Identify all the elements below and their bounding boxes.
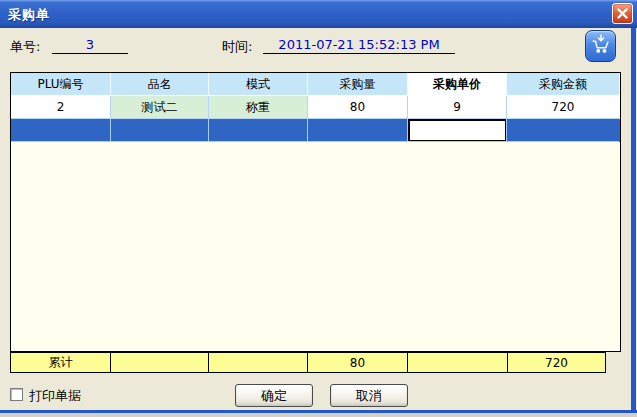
table-row[interactable]: 2 测试二 称重 80 9 720 [11, 96, 620, 119]
totals-amount-cell: 720 [507, 352, 606, 373]
cell-name-empty[interactable] [111, 119, 209, 142]
cancel-button[interactable]: 取消 [330, 384, 408, 407]
print-receipt-label: 打印单据 [29, 387, 81, 405]
cell-plu-empty[interactable] [11, 119, 111, 142]
grid-header-row: PLU编号 品名 模式 采购量 采购单价 采购金额 [11, 73, 620, 96]
column-header-amount[interactable]: 采购金额 [507, 73, 619, 96]
totals-label-cell: 累计 [10, 352, 111, 373]
window-title: 采购单 [8, 6, 50, 24]
column-header-name[interactable]: 品名 [111, 73, 209, 96]
column-header-plu[interactable]: PLU编号 [11, 73, 111, 96]
time-field[interactable]: 2011-07-21 15:52:13 PM [263, 35, 455, 54]
print-receipt-checkbox[interactable] [10, 388, 23, 401]
cell-amount-empty[interactable] [507, 119, 619, 142]
cell-mode-empty[interactable] [209, 119, 308, 142]
cart-button[interactable] [585, 30, 616, 62]
purchase-order-dialog: 采购单 单号: 3 时间: 2011-07-21 15:52:13 PM [0, 0, 637, 417]
purchase-items-grid: PLU编号 品名 模式 采购量 采购单价 采购金额 2 测试二 称重 80 9 … [10, 72, 621, 352]
desktop-background-strip [0, 413, 637, 417]
cell-qty[interactable]: 80 [308, 96, 408, 119]
column-header-price[interactable]: 采购单价 [408, 73, 507, 96]
totals-empty-cell [110, 352, 209, 373]
close-button[interactable] [612, 3, 633, 24]
order-number-field[interactable]: 3 [52, 35, 128, 54]
titlebar[interactable]: 采购单 [0, 0, 637, 28]
price-edit-input[interactable] [408, 119, 507, 142]
totals-qty-cell: 80 [307, 352, 408, 373]
totals-empty-cell [407, 352, 508, 373]
cell-mode[interactable]: 称重 [209, 96, 308, 119]
cell-price[interactable]: 9 [408, 96, 507, 119]
column-header-qty[interactable]: 采购量 [308, 73, 408, 96]
column-header-mode[interactable]: 模式 [209, 73, 308, 96]
cell-amount[interactable]: 720 [507, 96, 619, 119]
time-label: 时间: [222, 38, 252, 56]
cell-plu[interactable]: 2 [11, 96, 111, 119]
window-border-right [631, 28, 636, 410]
cell-price-editing[interactable] [408, 119, 507, 142]
cell-name[interactable]: 测试二 [111, 96, 209, 119]
order-number-label: 单号: [10, 38, 40, 56]
ok-button[interactable]: 确定 [235, 384, 313, 407]
totals-empty-cell [208, 352, 308, 373]
totals-row: 累计 80 720 [10, 352, 606, 373]
cell-qty-empty[interactable] [308, 119, 408, 142]
cart-icon [590, 33, 612, 59]
selected-new-row[interactable] [11, 119, 620, 142]
close-icon [617, 4, 628, 23]
